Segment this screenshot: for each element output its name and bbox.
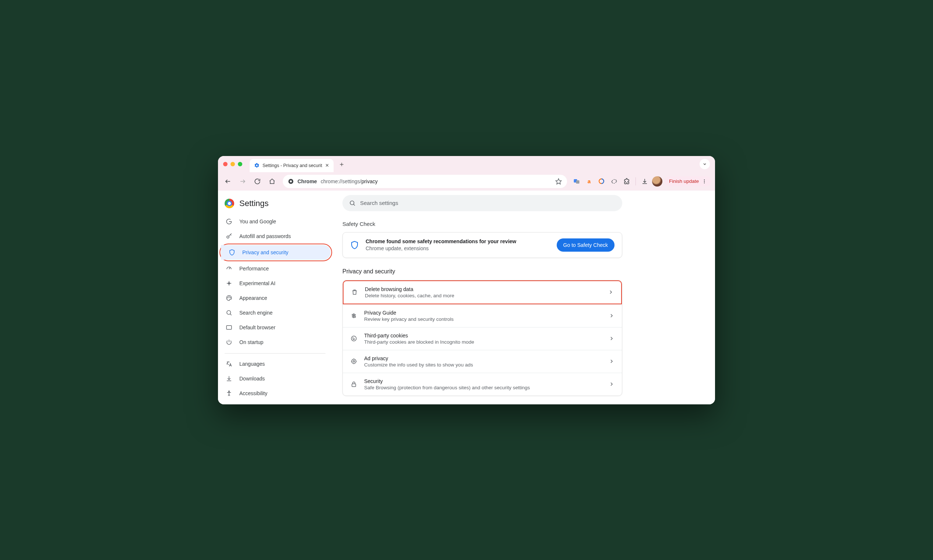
nav-on-startup[interactable]: On startup <box>218 335 325 349</box>
row-title: Third-party cookies <box>364 332 474 338</box>
extension-a-icon[interactable]: a <box>584 176 594 186</box>
nav-search-engine[interactable]: Search engine <box>218 305 325 320</box>
settings-header: Settings <box>218 196 336 214</box>
chevron-right-icon <box>609 381 615 387</box>
window-controls <box>223 162 242 166</box>
extension-swirl-icon[interactable] <box>597 176 607 186</box>
tabs-dropdown-button[interactable] <box>700 159 710 169</box>
svg-point-23 <box>351 336 356 341</box>
row-title: Ad privacy <box>364 355 473 361</box>
row-title: Security <box>364 378 530 384</box>
forward-button[interactable] <box>236 175 249 188</box>
settings-search[interactable]: Search settings <box>342 195 622 211</box>
nav-languages[interactable]: Languages <box>218 357 325 371</box>
row-ad-privacy[interactable]: Ad privacy Customize the info used by si… <box>343 350 622 373</box>
downloads-button[interactable] <box>640 176 650 186</box>
titlebar: Settings - Privacy and securit ✕ ＋ <box>218 156 715 172</box>
row-subtitle: Safe Browsing (protection from dangerous… <box>364 385 530 391</box>
nav-default-browser[interactable]: Default browser <box>218 320 325 335</box>
nav-you-and-google[interactable]: You and Google <box>218 214 325 229</box>
delete-browsing-data-highlight: Delete browsing data Delete history, coo… <box>343 280 622 304</box>
nav-experimental-ai[interactable]: Experimental AI <box>218 276 325 291</box>
nav-accessibility[interactable]: Accessibility <box>218 386 325 401</box>
minimize-window-button[interactable] <box>230 162 235 166</box>
safety-check-text: Chrome found some safety recommendations… <box>365 238 516 251</box>
bookmark-star-icon[interactable] <box>555 178 562 185</box>
reload-button[interactable] <box>251 175 264 188</box>
settings-search-placeholder: Search settings <box>360 200 398 206</box>
svg-point-14 <box>229 296 230 297</box>
extensions-puzzle-icon[interactable] <box>621 176 632 186</box>
nav-privacy[interactable]: Privacy and security <box>221 245 331 260</box>
chrome-logo-icon <box>225 199 234 208</box>
key-icon <box>225 233 233 240</box>
go-to-safety-check-button[interactable]: Go to Safety Check <box>557 238 615 252</box>
extension-recycle-icon[interactable] <box>609 176 619 186</box>
nav-label: Experimental AI <box>239 280 275 286</box>
nav-label: Downloads <box>239 376 265 382</box>
nav-label: Privacy and security <box>242 249 288 255</box>
more-menu-icon[interactable] <box>702 179 707 184</box>
close-window-button[interactable] <box>223 162 228 166</box>
row-security[interactable]: Security Safe Browsing (protection from … <box>343 373 622 395</box>
svg-line-22 <box>353 204 355 206</box>
svg-point-26 <box>353 339 354 340</box>
browser-tab[interactable]: Settings - Privacy and securit ✕ <box>250 159 333 172</box>
safety-check-subtitle: Chrome update, extensions <box>365 245 516 251</box>
translate-extension-icon[interactable] <box>571 176 582 186</box>
toolbar: Chrome chrome://settings/privacy a Finis… <box>218 172 715 191</box>
safety-check-card: Chrome found some safety recommendations… <box>342 232 622 258</box>
nav-label: Languages <box>239 361 265 367</box>
back-button[interactable] <box>222 175 234 188</box>
svg-point-10 <box>704 181 705 182</box>
svg-point-27 <box>352 359 356 363</box>
svg-rect-18 <box>227 325 231 329</box>
settings-sidebar: Settings You and Google Autofill and pas… <box>218 191 336 405</box>
nav-autofill[interactable]: Autofill and passwords <box>218 229 325 243</box>
home-button[interactable] <box>266 175 278 188</box>
privacy-section-label: Privacy and security <box>342 268 700 275</box>
omnibox[interactable]: Chrome chrome://settings/privacy <box>283 175 567 188</box>
svg-point-20 <box>229 391 230 392</box>
nav-downloads[interactable]: Downloads <box>218 371 325 386</box>
nav-privacy-highlight: Privacy and security <box>219 243 332 261</box>
svg-point-15 <box>230 297 231 298</box>
power-icon <box>225 339 233 346</box>
shield-icon <box>228 249 236 256</box>
svg-marker-4 <box>555 178 561 184</box>
sparkle-icon <box>225 280 233 287</box>
signpost-icon <box>350 312 358 319</box>
nav-separator <box>225 353 325 354</box>
nav-appearance[interactable]: Appearance <box>218 291 325 305</box>
maximize-window-button[interactable] <box>238 162 242 166</box>
accessibility-icon <box>225 390 233 397</box>
new-tab-button[interactable]: ＋ <box>336 159 347 169</box>
ad-target-icon <box>350 358 358 365</box>
privacy-list-card: Delete browsing data Delete history, coo… <box>342 280 622 396</box>
toolbar-divider <box>635 177 636 185</box>
row-third-party-cookies[interactable]: Third-party cookies Third-party cookies … <box>343 327 622 350</box>
nav-performance[interactable]: Performance <box>218 261 325 276</box>
speedometer-icon <box>225 265 233 272</box>
row-delete-browsing-data[interactable]: Delete browsing data Delete history, coo… <box>344 281 621 303</box>
svg-point-9 <box>704 179 705 180</box>
chevron-right-icon <box>609 358 615 364</box>
download-icon <box>225 375 233 382</box>
svg-rect-6 <box>576 180 579 184</box>
nav-label: You and Google <box>239 218 276 225</box>
row-privacy-guide[interactable]: Privacy Guide Review key privacy and sec… <box>343 304 622 327</box>
finish-update-label: Finish update <box>669 178 699 184</box>
row-subtitle: Delete history, cookies, cache, and more <box>365 293 454 298</box>
safety-check-title: Chrome found some safety recommendations… <box>365 238 516 244</box>
trash-icon <box>351 289 358 295</box>
browser-icon <box>225 324 233 331</box>
shield-icon <box>350 241 359 249</box>
palette-icon <box>225 295 233 302</box>
nav-label: Default browser <box>239 325 275 331</box>
svg-rect-29 <box>352 384 356 387</box>
cookie-icon <box>350 335 358 342</box>
close-tab-icon[interactable]: ✕ <box>325 163 329 168</box>
profile-avatar[interactable] <box>652 176 662 186</box>
finish-update-button[interactable]: Finish update <box>665 176 711 186</box>
svg-line-17 <box>230 314 231 315</box>
